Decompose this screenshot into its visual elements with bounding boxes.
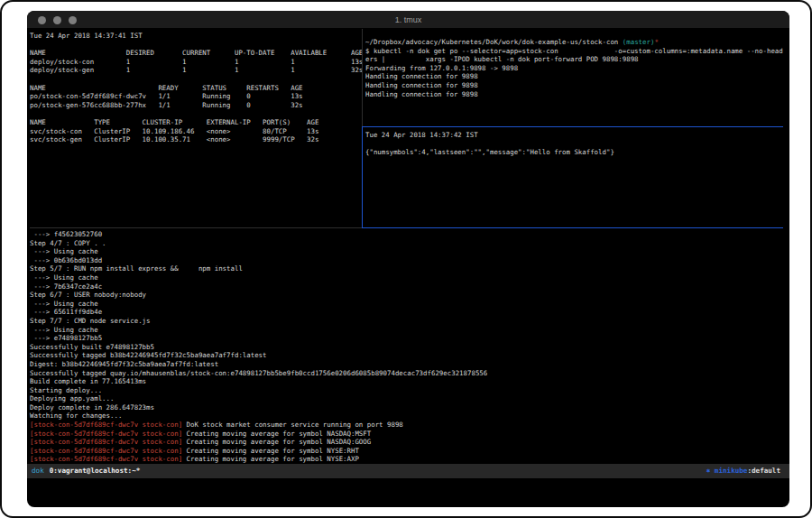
- terminal-line: [30, 41, 361, 50]
- terminal-line: ---> e74898127bb5: [30, 334, 787, 343]
- minimize-button[interactable]: [53, 16, 61, 24]
- pane-skaffold-log[interactable]: ---> f45623052760Step 4/7 : COPY . . ---…: [30, 230, 787, 463]
- kube-context: minikube: [715, 467, 748, 475]
- terminal-line: ---> 7b6347ce2a4c: [30, 282, 787, 291]
- terminal-line: [30, 109, 361, 118]
- pane-kubectl-resources[interactable]: Tue 24 Apr 2018 14:37:41 ISTNAME DESIRED…: [30, 32, 361, 126]
- active-pane-border-left: [362, 126, 363, 228]
- window-titlebar: 1. tmux: [27, 11, 789, 29]
- terminal-line: Watching for changes...: [30, 412, 787, 421]
- terminal-line: Tue 24 Apr 2018 14:37:41 IST: [30, 32, 361, 41]
- terminal-line: Forwarding from 127.0.0.1:9898 -> 9898: [365, 64, 787, 73]
- terminal-line: Deploy complete in 286.647823ms: [30, 403, 787, 412]
- tmux-window-label[interactable]: 0:vagrant@localhost:~*: [50, 467, 141, 475]
- terminal-line: Successfully tagged b38b42246945fd7f32c5…: [30, 351, 787, 360]
- terminal-line: Step 7/7 : CMD node service.js: [30, 317, 787, 326]
- terminal-line: ers | xargs -IPOD kubectl -n dok port-fo…: [365, 55, 787, 64]
- terminal-line: [365, 140, 787, 149]
- terminal-line: deploy/stock-con 1 1 1 1 13s: [30, 58, 361, 67]
- terminal-line: Tue 24 Apr 2018 14:37:42 IST: [365, 131, 787, 140]
- close-button[interactable]: [38, 16, 46, 24]
- tmux-status-right: ⎈ minikube:default: [706, 464, 780, 478]
- terminal-line: svc/stock-gen ClusterIP 10.100.35.71 <no…: [30, 135, 361, 144]
- terminal-line: svc/stock-con ClusterIP 10.109.186.46 <n…: [30, 127, 361, 136]
- terminal-line: ---> Using cache: [30, 300, 787, 309]
- terminal-line: ---> Using cache: [30, 247, 787, 256]
- terminal-line: deploy/stock-gen 1 1 1 1 32s: [30, 66, 361, 75]
- terminal-line: Step 5/7 : RUN npm install express && np…: [30, 264, 787, 273]
- terminal-line: po/stock-gen-576cc688bb-277hx 1/1 Runnin…: [30, 101, 361, 110]
- kubernetes-helm-icon: ⎈: [706, 467, 715, 475]
- terminal-line: [stock-con-5d7df689cf-dwc7v stock-con] C…: [30, 455, 787, 464]
- terminal-line: Step 4/7 : COPY . .: [30, 239, 787, 248]
- window-title: 1. tmux: [27, 11, 789, 29]
- terminal-line: ---> Using cache: [30, 273, 787, 282]
- terminal-line: ---> Using cache: [30, 326, 787, 335]
- terminal-line: [stock-con-5d7df689cf-dwc7v stock-con] C…: [30, 447, 787, 456]
- terminal-window: 1. tmux Tue 24 Apr 2018 14:37:41 ISTNAME…: [27, 11, 789, 507]
- zoom-button[interactable]: [69, 16, 77, 24]
- terminal-line: po/stock-con-5d7df689cf-dwc7v 1/1 Runnin…: [30, 92, 361, 101]
- tmux-session-name: dok: [32, 467, 44, 475]
- terminal-line: NAME READY STATUS RESTARTS AGE: [30, 84, 361, 93]
- terminal-line: Starting deploy...: [30, 386, 787, 395]
- active-pane-border-top: [362, 126, 783, 127]
- terminal-line: [30, 75, 361, 84]
- terminal-line: [stock-con-5d7df689cf-dwc7v stock-con] C…: [30, 438, 787, 447]
- terminal-line: NAME TYPE CLUSTER-IP EXTERNAL-IP PORT(S)…: [30, 118, 361, 127]
- pane-divider-horizontal-inactive: [30, 227, 362, 228]
- active-pane-border-bottom: [362, 227, 783, 228]
- terminal-line: Handling connection for 9898: [365, 81, 787, 90]
- pane-service-response[interactable]: Tue 24 Apr 2018 14:37:42 IST{"numsymbols…: [365, 131, 787, 227]
- terminal-line: ---> f45623052760: [30, 230, 787, 239]
- pane-port-forward-shell[interactable]: ~/Dropbox/advocacy/Kubernetes/DoK/work/d…: [365, 38, 787, 125]
- terminal-line: [stock-con-5d7df689cf-dwc7v stock-con] D…: [30, 421, 787, 430]
- tmux-status-bar: dok0:vagrant@localhost:~* ⎈ minikube:def…: [27, 464, 789, 478]
- terminal-line: Step 6/7 : USER nobody:nobody: [30, 291, 787, 300]
- terminal-line: Handling connection for 9898: [365, 90, 787, 99]
- terminal-line: ---> 65611ff9db4e: [30, 308, 787, 317]
- terminal-line: Build complete in 77.165413ms: [30, 377, 787, 386]
- traffic-lights: [38, 16, 77, 24]
- terminal-line: ~/Dropbox/advocacy/Kubernetes/DoK/work/d…: [365, 38, 787, 47]
- terminal-line: Successfully built e74898127bb5: [30, 343, 787, 352]
- terminal-line: Deploying app.yaml...: [30, 394, 787, 403]
- screenshot-frame: 1. tmux Tue 24 Apr 2018 14:37:41 ISTNAME…: [0, 0, 812, 518]
- terminal-line: {"numsymbols":4,"lastseen":"","message":…: [365, 148, 787, 157]
- terminal-line: Handling connection for 9898: [365, 72, 787, 81]
- terminal-line: NAME DESIRED CURRENT UP-TO-DATE AVAILABL…: [30, 49, 361, 58]
- terminal-line: Successfully tagged quay.io/mhausenblas/…: [30, 369, 787, 378]
- terminal-line: Digest: b38b42246945fd7f32c5ba9aea7af7fd…: [30, 360, 787, 369]
- pane-divider-vertical-inactive: [362, 29, 363, 126]
- terminal-line: ---> 0b636bd013dd: [30, 256, 787, 265]
- terminal-line: [stock-con-5d7df689cf-dwc7v stock-con] C…: [30, 430, 787, 439]
- terminal-line: $ kubectl -n dok get po --selector=app=s…: [365, 47, 787, 56]
- kube-namespace: :default: [747, 467, 780, 475]
